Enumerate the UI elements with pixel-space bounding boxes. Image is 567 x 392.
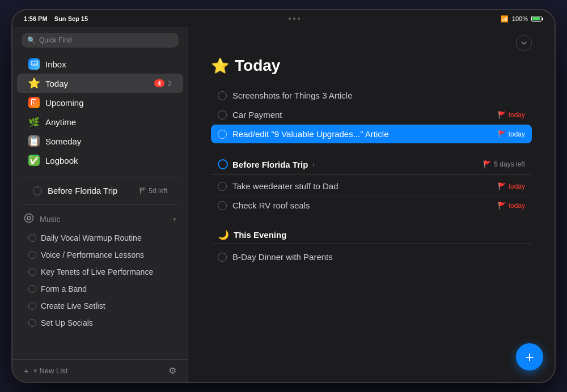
task-item-weedeater[interactable]: Take weedeater stuff to Dad 🚩 today	[211, 177, 532, 196]
sidebar-item-inbox[interactable]: Inbox	[17, 54, 183, 74]
inbox-label: Inbox	[45, 59, 66, 69]
task-label-weedeater: Take weedeater stuff to Dad	[232, 181, 492, 191]
voice-lessons-circle-icon	[28, 251, 36, 259]
someday-icon: 📋	[28, 135, 40, 147]
dot3	[298, 18, 300, 20]
sidebar-item-set-up-socials[interactable]: Set Up Socials	[17, 314, 183, 331]
sidebar-item-upcoming[interactable]: 🗓 Upcoming	[17, 93, 183, 112]
sidebar-item-key-tenets[interactable]: Key Tenets of Live Performance	[17, 263, 183, 280]
project-days-text: 5 days left	[494, 160, 525, 168]
task-checkbox-screenshots[interactable]	[218, 91, 227, 100]
flag-text-rv: today	[509, 202, 525, 210]
today-count: 2	[168, 79, 172, 88]
logbook-label: Logbook	[45, 156, 78, 165]
voice-lessons-label: Voice / Performance Lessons	[41, 250, 144, 259]
music-area-icon	[24, 213, 34, 225]
create-setlist-label: Create Live Setlist	[41, 301, 105, 310]
today-icon: ⭐	[28, 78, 40, 89]
music-area-header[interactable]: Music ▾	[17, 209, 183, 229]
areas-section: Music ▾ Daily Vocal Warmup Routine Voice…	[12, 209, 188, 359]
before-florida-section: Before Florida Trip › 🚩 5 days left Take…	[211, 155, 532, 215]
task-item-screenshots[interactable]: Screenshots for Things 3 Article	[211, 86, 532, 105]
fab-plus-icon: +	[525, 348, 534, 366]
music-chevron-icon: ▾	[173, 216, 176, 223]
flag-icon-bf: 🏴	[139, 187, 147, 194]
main-header	[188, 27, 555, 51]
evening-moon-icon: 🌙	[218, 229, 229, 240]
new-list-label[interactable]: + New List	[33, 367, 67, 375]
task-checkbox-article[interactable]	[218, 130, 227, 139]
form-band-circle-icon	[28, 285, 36, 293]
app-container: 🔍 Quick Find Inbox	[12, 27, 555, 382]
status-time-date: 1:56 PM Sun Sep 15	[24, 15, 88, 22]
battery-icon	[531, 16, 543, 22]
search-placeholder: Quick Find	[39, 36, 71, 44]
dot2	[293, 18, 295, 20]
time-display: 1:56 PM	[24, 15, 48, 22]
project-name-florida: Before Florida Trip	[232, 160, 308, 169]
sidebar-item-voice-lessons[interactable]: Voice / Performance Lessons	[17, 246, 183, 263]
evening-section-header: 🌙 This Evening	[211, 226, 532, 244]
sidebar: 🔍 Quick Find Inbox	[12, 27, 188, 382]
date-display: Sun Sep 15	[54, 15, 88, 22]
today-star-icon: ⭐	[211, 57, 229, 75]
sidebar-item-form-band[interactable]: Form a Band	[17, 280, 183, 297]
battery-percent: 100%	[512, 15, 528, 22]
projects-section: Before Florida Trip 🏴 5d left	[12, 182, 188, 199]
task-checkbox-rv-roof[interactable]	[218, 201, 227, 210]
flag-emoji-car: 🚩	[498, 111, 506, 119]
project-header-florida[interactable]: Before Florida Trip › 🚩 5 days left	[211, 155, 532, 174]
sidebar-item-logbook[interactable]: ✅ Logbook	[17, 151, 183, 170]
upcoming-icon: 🗓	[28, 97, 40, 108]
flag-emoji-rv: 🚩	[498, 202, 506, 210]
add-task-button[interactable]: +	[516, 343, 543, 370]
collapse-button[interactable]	[516, 35, 532, 51]
search-box[interactable]: 🔍 Quick Find	[22, 33, 179, 48]
svg-point-1	[25, 214, 33, 223]
someday-label: Someday	[45, 137, 81, 146]
settings-icon[interactable]: ⚙	[168, 365, 176, 376]
task-item-rv-roof[interactable]: Check RV roof seals 🚩 today	[211, 196, 532, 215]
before-florida-time-text: 5d left	[149, 187, 167, 195]
task-item-article[interactable]: Read/edit "9 Valuable Upgrades..." Artic…	[211, 125, 532, 143]
project-days-florida: 🚩 5 days left	[483, 160, 525, 168]
main-panel: ⭐ Today Screenshots for Things 3 Article…	[188, 27, 555, 382]
task-item-car-payment[interactable]: Car Payment 🚩 today	[211, 105, 532, 125]
flag-text-weedeater: today	[509, 182, 525, 190]
task-label-article: Read/edit "9 Valuable Upgrades..." Artic…	[232, 129, 492, 139]
status-bar: 1:56 PM Sun Sep 15 📶 100%	[12, 10, 555, 27]
task-flag-car-payment: 🚩 today	[498, 111, 525, 119]
daily-vocal-label: Daily Vocal Warmup Routine	[41, 233, 142, 242]
sidebar-item-anytime[interactable]: 🌿 Anytime	[17, 112, 183, 131]
page-title-text: Today	[235, 57, 280, 75]
dot1	[289, 18, 291, 20]
daily-vocal-circle-icon	[28, 234, 36, 242]
battery-body	[531, 16, 541, 22]
sidebar-item-someday[interactable]: 📋 Someday	[17, 131, 183, 151]
svg-point-2	[27, 216, 31, 220]
anytime-icon: 🌿	[28, 116, 40, 127]
task-checkbox-weedeater[interactable]	[218, 182, 227, 191]
task-flag-weedeater: 🚩 today	[498, 182, 525, 190]
sidebar-item-today[interactable]: ⭐ Today 4 2	[17, 74, 183, 93]
sidebar-item-before-florida[interactable]: Before Florida Trip 🏴 5d left	[22, 182, 179, 199]
search-icon: 🔍	[27, 36, 36, 44]
sidebar-item-create-setlist[interactable]: Create Live Setlist	[17, 297, 183, 314]
plus-icon: +	[24, 367, 28, 376]
sidebar-nav: Inbox ⭐ Today 4 2 🗓	[12, 52, 188, 172]
flag-text-article: today	[509, 130, 525, 138]
battery-tip	[542, 18, 543, 20]
this-evening-section: 🌙 This Evening B-Day Dinner with Parents	[211, 226, 532, 266]
sidebar-divider-1	[22, 177, 179, 177]
task-checkbox-car-payment[interactable]	[218, 110, 227, 120]
sidebar-item-daily-vocal[interactable]: Daily Vocal Warmup Routine	[17, 229, 183, 246]
task-checkbox-bday[interactable]	[218, 253, 227, 262]
form-band-label: Form a Band	[41, 284, 87, 293]
main-content: ⭐ Today Screenshots for Things 3 Article…	[188, 51, 555, 382]
upcoming-label: Upcoming	[45, 98, 84, 108]
task-label-rv-roof: Check RV roof seals	[232, 201, 492, 210]
task-label-bday: B-Day Dinner with Parents	[232, 252, 525, 262]
before-florida-label: Before Florida Trip	[48, 186, 117, 195]
task-item-bday-dinner[interactable]: B-Day Dinner with Parents	[211, 248, 532, 266]
key-tenets-circle-icon	[28, 268, 36, 276]
